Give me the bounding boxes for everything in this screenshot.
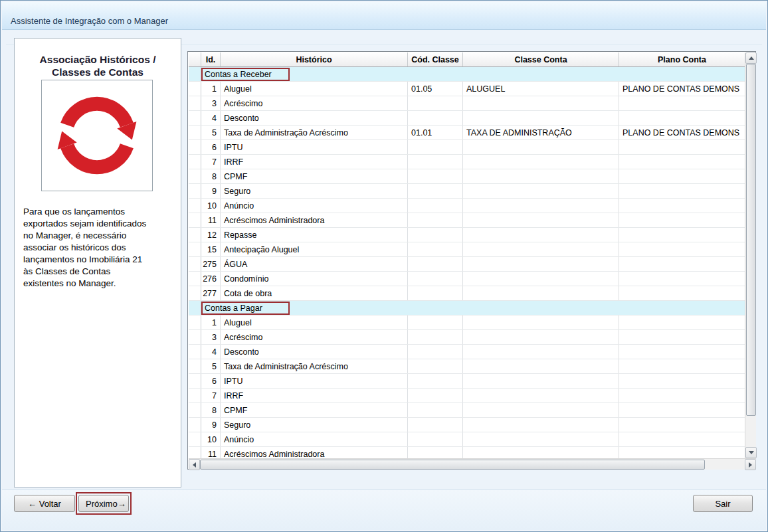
scroll-up-button[interactable] [745,52,757,64]
cell-plano-conta [619,359,745,373]
row-selector-cell[interactable] [189,403,201,417]
triangle-up-icon [749,56,754,60]
row-selector-cell[interactable] [189,82,201,96]
column-header-classe-conta[interactable]: Classe Conta [463,52,619,66]
row-selector-cell[interactable] [189,67,201,81]
table-row[interactable]: 277Cota de obra [189,286,745,301]
group-label-cell: Contas a Pagar [201,301,745,315]
row-selector-cell[interactable] [189,140,201,154]
horizontal-scroll-thumb[interactable] [200,460,705,470]
table-row[interactable]: 10Anúncio [189,199,745,213]
row-selector-cell[interactable] [189,330,201,344]
cell-historico: Condomínio [221,272,408,286]
table-row[interactable]: 8CPMF [189,169,745,184]
table-row[interactable]: 4Desconto [189,345,745,359]
cell-id: 277 [201,286,221,300]
cell-cod-classe [408,286,463,300]
cell-cod-classe [408,359,463,373]
scroll-right-button[interactable] [745,459,756,470]
cell-id: 10 [201,432,221,446]
table-row[interactable]: 1Aluguel [189,315,745,330]
table-row[interactable]: 3Acréscimo [189,96,745,111]
table-row[interactable]: 3Acréscimo [189,330,745,345]
table-row[interactable]: 11Acréscimos Administradora [189,213,745,228]
back-button[interactable]: ← Voltar [14,495,75,512]
column-header-plano-conta[interactable]: Plano Conta [619,52,745,66]
cell-historico: CPMF [221,403,408,417]
table-row[interactable]: 8CPMF [189,403,745,418]
table-row[interactable]: 7IRRF [189,155,745,169]
row-selector-cell[interactable] [189,301,201,315]
row-selector-cell[interactable] [189,447,201,458]
table-row[interactable]: 5Taxa de Administração Acréscimo01.01TAX… [189,126,745,140]
cell-cod-classe [408,418,463,432]
row-selector-cell[interactable] [189,345,201,359]
row-selector-cell[interactable] [189,155,201,169]
row-selector-cell[interactable] [189,272,201,286]
row-selector-cell[interactable] [189,315,201,329]
table-row[interactable]: 12Repasse [189,228,745,242]
row-selector-cell[interactable] [189,374,201,388]
table-row[interactable]: 10Anúncio [189,432,745,447]
row-selector-cell[interactable] [189,286,201,300]
column-header-historico[interactable]: Histórico [221,52,408,66]
cell-id: 275 [201,257,221,271]
cell-cod-classe [408,155,463,169]
table-row[interactable]: 275ÁGUA [189,257,745,272]
title-bar[interactable]: Assistente de Integração com o Manager [2,2,766,30]
cell-cod-classe [408,228,463,242]
table-row[interactable]: 15Antecipação Aluguel [189,242,745,257]
row-selector-cell[interactable] [189,432,201,446]
table-row[interactable]: 6IPTU [189,374,745,389]
scroll-down-button[interactable] [745,447,757,458]
table-row[interactable]: 6IPTU [189,140,745,155]
row-selector-cell[interactable] [189,126,201,139]
table-row[interactable]: 276Condomínio [189,272,745,286]
table-row[interactable]: 1Aluguel01.05ALUGUELPLANO DE CONTAS DEMO… [189,82,745,96]
row-selector-cell[interactable] [189,359,201,373]
group-label: Contas a Receber [205,70,272,79]
row-selector-cell[interactable] [189,184,201,198]
row-selector-cell[interactable] [189,242,201,256]
column-header-cod-classe[interactable]: Cód. Classe [408,52,463,66]
row-selector-cell[interactable] [189,169,201,183]
cell-plano-conta [619,140,745,154]
column-header-id[interactable]: Id. [201,52,221,66]
group-header-row[interactable]: Contas a Receber [189,67,745,82]
cell-plano-conta [619,447,745,458]
cell-plano-conta [619,315,745,329]
row-selector-cell[interactable] [189,111,201,125]
annotation-box: Contas a Receber [201,68,290,81]
table-row[interactable]: 9Seguro [189,418,745,432]
cell-plano-conta [619,432,745,446]
triangle-right-icon [749,462,752,468]
footer-bar: ← Voltar Próximo→ Sair [2,489,766,530]
cell-plano-conta: PLANO DE CONTAS DEMONS [619,82,745,96]
cell-historico: Cota de obra [221,286,408,300]
row-selector-cell[interactable] [189,228,201,242]
cell-historico: Acréscimo [221,330,408,344]
table-row[interactable]: 9Seguro [189,184,745,199]
table-row[interactable]: 11Acréscimos Administradora [189,447,745,458]
row-selector-cell[interactable] [189,418,201,432]
horizontal-scrollbar[interactable] [189,458,756,470]
exit-button[interactable]: Sair [693,495,753,512]
cell-classe-conta [463,228,619,242]
vertical-scroll-thumb[interactable] [746,64,756,416]
cell-classe-conta [463,403,619,417]
row-selector-cell[interactable] [189,389,201,402]
vertical-scrollbar[interactable] [745,52,756,458]
scroll-left-button[interactable] [189,459,200,470]
table-row[interactable]: 7IRRF [189,389,745,403]
row-selector-cell[interactable] [189,213,201,227]
table-row[interactable]: 5Taxa de Administração Acréscimo [189,359,745,374]
cell-cod-classe [408,447,463,458]
next-button[interactable]: Próximo→ [78,495,129,512]
row-selector-cell[interactable] [189,199,201,213]
group-header-row[interactable]: Contas a Pagar [189,301,745,315]
table-row[interactable]: 4Desconto [189,111,745,126]
cell-plano-conta [619,257,745,271]
row-selector-cell[interactable] [189,96,201,110]
row-selector-cell[interactable] [189,257,201,271]
cell-plano-conta [619,155,745,169]
